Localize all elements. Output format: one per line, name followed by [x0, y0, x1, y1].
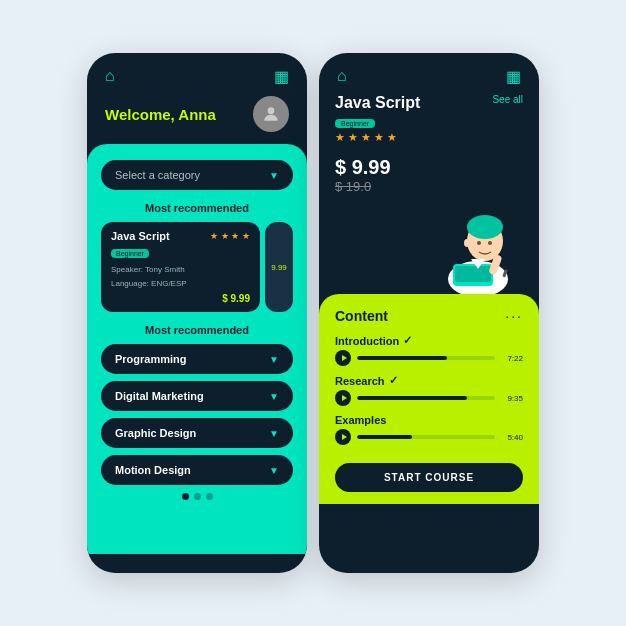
category-label: Digital Marketing [115, 390, 204, 402]
progress-bar-bg [357, 396, 495, 400]
course-card[interactable]: Java Script ★ ★ ★ ★ Beginner Speaker: To… [101, 222, 260, 312]
progress-time: 5:40 [501, 433, 523, 442]
check-icon: ✓ [389, 374, 398, 387]
check-icon: ✓ [403, 334, 412, 347]
progress-row: 5:40 [335, 429, 523, 445]
chevron-down-icon: ▼ [269, 170, 279, 181]
left-top-bar: ⌂ ▦ [87, 53, 307, 92]
instructor-figure [433, 199, 523, 294]
left-phone: ⌂ ▦ Welcome, Anna Select a category ▼ Mo… [87, 53, 307, 573]
calendar-icon[interactable]: ▦ [274, 67, 289, 86]
chevron-right-icon: ▼ [269, 391, 279, 402]
progress-bar-bg [357, 435, 495, 439]
course-badge: Beginner [111, 249, 149, 258]
category-dropdown[interactable]: Select a category ▼ [101, 160, 293, 190]
right-top-bar: ⌂ ▦ [319, 53, 539, 94]
category-placeholder: Select a category [115, 169, 200, 181]
content-item-name: Research [335, 375, 385, 387]
most-recommended-label-2: Most recommended [101, 324, 293, 336]
dot-3[interactable] [206, 493, 213, 500]
content-item-name: Introduction [335, 335, 399, 347]
category-label: Motion Design [115, 464, 191, 476]
content-header: Content ··· [335, 308, 523, 324]
app-container: ⌂ ▦ Welcome, Anna Select a category ▼ Mo… [87, 53, 539, 573]
right-course-badge: Beginner [335, 119, 375, 128]
svg-point-0 [268, 107, 275, 114]
category-label: Graphic Design [115, 427, 196, 439]
old-price: $ 19.0 [335, 179, 523, 194]
chevron-right-icon: ▼ [269, 354, 279, 365]
course-card-title: Java Script [111, 230, 170, 242]
play-button[interactable] [335, 350, 351, 366]
progress-bar-fill [357, 356, 447, 360]
new-price: $ 9.99 [335, 156, 523, 179]
category-item[interactable]: Graphic Design▼ [101, 418, 293, 448]
right-course-stars: ★ ★ ★ ★ ★ [335, 131, 420, 144]
category-item[interactable]: Digital Marketing▼ [101, 381, 293, 411]
course-card-row: Java Script ★ ★ ★ ★ Beginner Speaker: To… [101, 222, 293, 312]
chevron-right-icon: ▼ [269, 465, 279, 476]
content-item: Examples 5:40 [335, 414, 523, 445]
category-list: Programming▼Digital Marketing▼Graphic De… [101, 344, 293, 485]
dot-1[interactable] [182, 493, 189, 500]
category-item[interactable]: Motion Design▼ [101, 455, 293, 485]
see-all-link[interactable]: See all [492, 94, 523, 105]
progress-time: 7:22 [501, 354, 523, 363]
category-label: Programming [115, 353, 187, 365]
content-item-name: Examples [335, 414, 386, 426]
cyan-body: Select a category ▼ Most recommended Jav… [87, 144, 307, 554]
course-header: Java Script Beginner ★ ★ ★ ★ ★ See all [319, 94, 539, 152]
progress-bar-fill [357, 435, 412, 439]
svg-point-8 [488, 241, 492, 245]
content-panel: Content ··· Introduction ✓ 7:22 Research… [319, 294, 539, 504]
side-stub-price: 9.99 [271, 263, 287, 272]
course-language: Language: ENG/ESP [111, 278, 250, 289]
course-header-left: Java Script Beginner ★ ★ ★ ★ ★ [335, 94, 420, 144]
calendar-icon-right[interactable]: ▦ [506, 67, 521, 86]
category-item[interactable]: Programming▼ [101, 344, 293, 374]
progress-time: 9:35 [501, 394, 523, 403]
play-button[interactable] [335, 429, 351, 445]
right-phone: ⌂ ▦ Java Script Beginner ★ ★ ★ ★ ★ See a… [319, 53, 539, 573]
chevron-right-icon: ▼ [269, 428, 279, 439]
most-recommended-label-1: Most recommended [101, 202, 293, 214]
welcome-text: Welcome, Anna [105, 106, 216, 123]
content-item: Introduction ✓ 7:22 [335, 334, 523, 366]
course-price: $ 9.99 [111, 293, 250, 304]
svg-point-5 [467, 215, 503, 239]
course-speaker: Speaker: Tony Smith [111, 264, 250, 275]
course-price-section: $ 9.99 $ 19.0 [319, 152, 539, 194]
svg-point-6 [464, 239, 470, 247]
course-card-stars: ★ ★ ★ ★ [210, 231, 250, 241]
dot-2[interactable] [194, 493, 201, 500]
welcome-section: Welcome, Anna [87, 92, 307, 144]
home-icon-right[interactable]: ⌂ [337, 67, 347, 86]
pagination-dots [101, 493, 293, 500]
right-course-title: Java Script [335, 94, 420, 112]
home-icon[interactable]: ⌂ [105, 67, 115, 86]
avatar[interactable] [253, 96, 289, 132]
progress-bar-bg [357, 356, 495, 360]
start-course-button[interactable]: START COURSE [335, 463, 523, 492]
instructor-area [335, 194, 523, 294]
svg-point-7 [477, 241, 481, 245]
progress-row: 9:35 [335, 390, 523, 406]
progress-row: 7:22 [335, 350, 523, 366]
svg-rect-3 [455, 266, 491, 282]
content-item: Research ✓ 9:35 [335, 374, 523, 406]
play-button[interactable] [335, 390, 351, 406]
content-items: Introduction ✓ 7:22 Research ✓ 9:35 [335, 334, 523, 445]
progress-bar-fill [357, 396, 467, 400]
more-options-icon[interactable]: ··· [505, 308, 523, 324]
side-stub: 9.99 [265, 222, 293, 312]
content-title: Content [335, 308, 388, 324]
